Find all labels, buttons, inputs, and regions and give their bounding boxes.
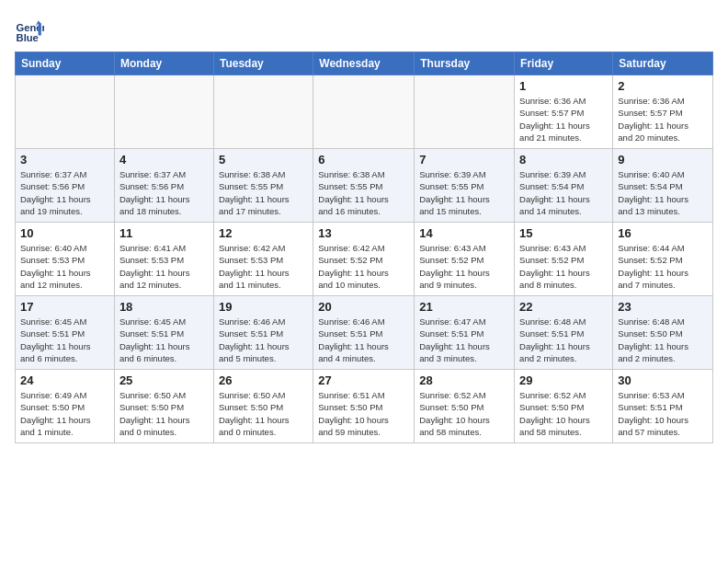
day-number: 22 [519, 300, 608, 314]
day-cell: 7Sunrise: 6:39 AM Sunset: 5:55 PM Daylig… [415, 149, 515, 223]
day-info: Sunrise: 6:44 AM Sunset: 5:52 PM Dayligh… [618, 242, 708, 291]
logo: General Blue [15, 15, 48, 44]
week-row-5: 24Sunrise: 6:49 AM Sunset: 5:50 PM Dayli… [16, 370, 713, 443]
day-cell: 16Sunrise: 6:44 AM Sunset: 5:52 PM Dayli… [613, 223, 713, 296]
day-number: 9 [618, 153, 708, 167]
day-info: Sunrise: 6:48 AM Sunset: 5:51 PM Dayligh… [519, 316, 608, 364]
day-info: Sunrise: 6:47 AM Sunset: 5:51 PM Dayligh… [419, 316, 509, 364]
logo-icon: General Blue [15, 15, 44, 44]
week-row-1: 1Sunrise: 6:36 AM Sunset: 5:57 PM Daylig… [16, 75, 713, 149]
day-info: Sunrise: 6:37 AM Sunset: 5:56 PM Dayligh… [119, 168, 209, 217]
header: General Blue [15, 15, 713, 44]
day-info: Sunrise: 6:38 AM Sunset: 5:55 PM Dayligh… [318, 168, 409, 217]
day-number: 24 [20, 373, 109, 387]
day-number: 25 [119, 373, 209, 387]
day-cell: 19Sunrise: 6:46 AM Sunset: 5:51 PM Dayli… [213, 296, 313, 370]
day-info: Sunrise: 6:46 AM Sunset: 5:51 PM Dayligh… [219, 316, 308, 364]
weekday-tuesday: Tuesday [213, 52, 313, 75]
day-cell: 4Sunrise: 6:37 AM Sunset: 5:56 PM Daylig… [114, 149, 213, 223]
day-cell: 21Sunrise: 6:47 AM Sunset: 5:51 PM Dayli… [415, 296, 515, 370]
day-number: 20 [318, 300, 409, 314]
day-cell: 14Sunrise: 6:43 AM Sunset: 5:52 PM Dayli… [415, 223, 515, 296]
svg-text:Blue: Blue [17, 32, 39, 43]
day-number: 19 [219, 300, 308, 314]
day-cell: 15Sunrise: 6:43 AM Sunset: 5:52 PM Dayli… [515, 223, 613, 296]
week-row-3: 10Sunrise: 6:40 AM Sunset: 5:53 PM Dayli… [16, 223, 713, 296]
day-cell [213, 75, 313, 149]
day-info: Sunrise: 6:40 AM Sunset: 5:54 PM Dayligh… [618, 168, 708, 217]
day-info: Sunrise: 6:43 AM Sunset: 5:52 PM Dayligh… [419, 242, 509, 291]
day-info: Sunrise: 6:49 AM Sunset: 5:50 PM Dayligh… [20, 389, 109, 438]
day-number: 7 [419, 153, 509, 167]
week-row-2: 3Sunrise: 6:37 AM Sunset: 5:56 PM Daylig… [16, 149, 713, 223]
weekday-header-row: SundayMondayTuesdayWednesdayThursdayFrid… [16, 52, 713, 75]
day-number: 10 [20, 226, 109, 240]
day-cell: 30Sunrise: 6:53 AM Sunset: 5:51 PM Dayli… [613, 370, 713, 443]
day-number: 18 [119, 300, 209, 314]
day-cell: 18Sunrise: 6:45 AM Sunset: 5:51 PM Dayli… [114, 296, 213, 370]
day-info: Sunrise: 6:46 AM Sunset: 5:51 PM Dayligh… [318, 316, 409, 364]
day-number: 6 [318, 153, 409, 167]
day-cell [16, 75, 115, 149]
day-cell [313, 75, 415, 149]
day-cell: 13Sunrise: 6:42 AM Sunset: 5:52 PM Dayli… [313, 223, 415, 296]
day-info: Sunrise: 6:40 AM Sunset: 5:53 PM Dayligh… [20, 242, 109, 291]
day-number: 30 [618, 373, 708, 387]
day-info: Sunrise: 6:39 AM Sunset: 5:55 PM Dayligh… [419, 168, 509, 217]
day-info: Sunrise: 6:42 AM Sunset: 5:53 PM Dayligh… [219, 242, 308, 291]
day-number: 23 [618, 300, 708, 314]
day-cell: 28Sunrise: 6:52 AM Sunset: 5:50 PM Dayli… [415, 370, 515, 443]
day-number: 27 [318, 373, 409, 387]
day-number: 11 [119, 226, 209, 240]
day-info: Sunrise: 6:51 AM Sunset: 5:50 PM Dayligh… [318, 389, 409, 438]
day-cell: 2Sunrise: 6:36 AM Sunset: 5:57 PM Daylig… [613, 75, 713, 149]
day-number: 13 [318, 226, 409, 240]
weekday-sunday: Sunday [16, 52, 115, 75]
day-number: 2 [618, 79, 708, 93]
day-number: 15 [519, 226, 608, 240]
day-cell: 17Sunrise: 6:45 AM Sunset: 5:51 PM Dayli… [16, 296, 115, 370]
day-cell: 11Sunrise: 6:41 AM Sunset: 5:53 PM Dayli… [114, 223, 213, 296]
day-number: 29 [519, 373, 608, 387]
day-number: 1 [519, 79, 608, 93]
day-cell [415, 75, 515, 149]
day-info: Sunrise: 6:45 AM Sunset: 5:51 PM Dayligh… [20, 316, 109, 364]
day-info: Sunrise: 6:41 AM Sunset: 5:53 PM Dayligh… [119, 242, 209, 291]
day-info: Sunrise: 6:52 AM Sunset: 5:50 PM Dayligh… [519, 389, 608, 438]
day-number: 14 [419, 226, 509, 240]
day-number: 28 [419, 373, 509, 387]
day-cell: 5Sunrise: 6:38 AM Sunset: 5:55 PM Daylig… [213, 149, 313, 223]
day-cell: 3Sunrise: 6:37 AM Sunset: 5:56 PM Daylig… [16, 149, 115, 223]
weekday-monday: Monday [114, 52, 213, 75]
day-number: 3 [20, 153, 109, 167]
day-info: Sunrise: 6:43 AM Sunset: 5:52 PM Dayligh… [519, 242, 608, 291]
weekday-thursday: Thursday [415, 52, 515, 75]
day-number: 21 [419, 300, 509, 314]
day-info: Sunrise: 6:36 AM Sunset: 5:57 PM Dayligh… [618, 95, 708, 144]
day-cell: 24Sunrise: 6:49 AM Sunset: 5:50 PM Dayli… [16, 370, 115, 443]
day-info: Sunrise: 6:42 AM Sunset: 5:52 PM Dayligh… [318, 242, 409, 291]
day-info: Sunrise: 6:48 AM Sunset: 5:50 PM Dayligh… [618, 316, 708, 364]
weekday-saturday: Saturday [613, 52, 713, 75]
day-number: 8 [519, 153, 608, 167]
day-info: Sunrise: 6:50 AM Sunset: 5:50 PM Dayligh… [119, 389, 209, 438]
day-info: Sunrise: 6:53 AM Sunset: 5:51 PM Dayligh… [618, 389, 708, 438]
day-number: 4 [119, 153, 209, 167]
day-cell [114, 75, 213, 149]
day-cell: 26Sunrise: 6:50 AM Sunset: 5:50 PM Dayli… [213, 370, 313, 443]
calendar: SundayMondayTuesdayWednesdayThursdayFrid… [15, 52, 713, 443]
day-number: 16 [618, 226, 708, 240]
day-number: 12 [219, 226, 308, 240]
day-number: 5 [219, 153, 308, 167]
day-cell: 29Sunrise: 6:52 AM Sunset: 5:50 PM Dayli… [515, 370, 613, 443]
day-cell: 22Sunrise: 6:48 AM Sunset: 5:51 PM Dayli… [515, 296, 613, 370]
day-info: Sunrise: 6:52 AM Sunset: 5:50 PM Dayligh… [419, 389, 509, 438]
day-cell: 10Sunrise: 6:40 AM Sunset: 5:53 PM Dayli… [16, 223, 115, 296]
day-info: Sunrise: 6:50 AM Sunset: 5:50 PM Dayligh… [219, 389, 308, 438]
day-info: Sunrise: 6:45 AM Sunset: 5:51 PM Dayligh… [119, 316, 209, 364]
day-cell: 9Sunrise: 6:40 AM Sunset: 5:54 PM Daylig… [613, 149, 713, 223]
day-number: 26 [219, 373, 308, 387]
day-info: Sunrise: 6:38 AM Sunset: 5:55 PM Dayligh… [219, 168, 308, 217]
day-cell: 6Sunrise: 6:38 AM Sunset: 5:55 PM Daylig… [313, 149, 415, 223]
day-cell: 8Sunrise: 6:39 AM Sunset: 5:54 PM Daylig… [515, 149, 613, 223]
